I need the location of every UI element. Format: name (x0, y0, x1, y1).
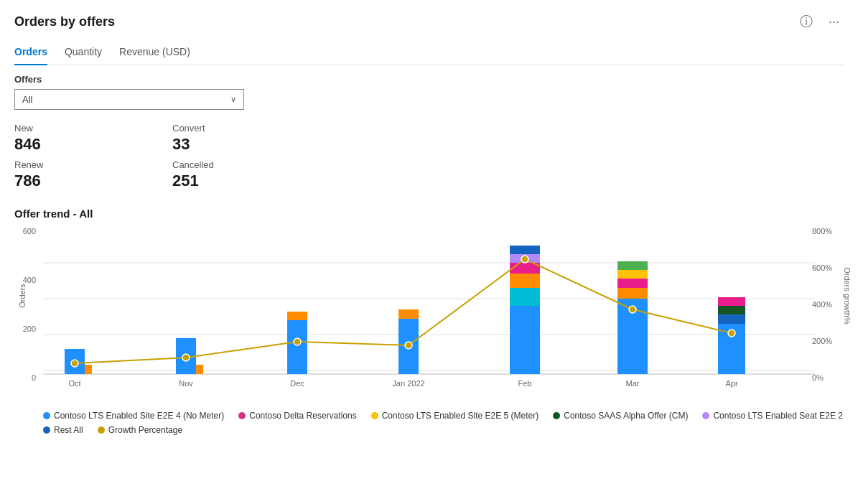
x-label-dec: Dec (290, 379, 304, 388)
legend-label-delta-reservations: Contoso Delta Reservations (249, 411, 356, 421)
x-label-jan: Jan 2022 (392, 379, 424, 388)
bar-mar-yellow (617, 270, 648, 279)
legend-dot-yellow (371, 412, 378, 419)
bar-mar-green (617, 261, 648, 270)
legend-label-saas-alpha: Contoso SAAS Alpha Offer (CM) (564, 411, 688, 421)
tab-quantity[interactable]: Quantity (65, 40, 102, 65)
y-right-400: 400% (812, 300, 844, 309)
chevron-down-icon: ∨ (230, 95, 236, 104)
legend-item-delta-reservations: Contoso Delta Reservations (238, 411, 356, 421)
offers-dropdown[interactable]: All ∨ (14, 89, 244, 110)
metric-renew-label: Renew (14, 159, 144, 170)
bar-apr-darkgreen (718, 306, 745, 314)
metric-cancelled-label: Cancelled (172, 159, 302, 170)
metrics-grid: New 846 Convert 33 Renew 786 Cancelled 2… (14, 123, 302, 190)
bar-apr-darkblue (718, 314, 745, 324)
x-label-oct: Oct (68, 379, 80, 388)
tab-revenue[interactable]: Revenue (USD) (119, 40, 190, 65)
legend-dot-purple (702, 412, 709, 419)
y-right-0: 0% (812, 373, 844, 382)
bar-mar-magenta (617, 279, 648, 288)
dot-dec (294, 338, 301, 345)
tab-orders[interactable]: Orders (14, 40, 47, 65)
dropdown-value: All (22, 94, 32, 105)
dot-apr (728, 330, 735, 337)
legend-item-contoso-lts-e2e5: Contoso LTS Enabled Site E2E 5 (Meter) (371, 411, 539, 421)
dot-feb (521, 256, 528, 263)
x-label-mar: Mar (626, 379, 640, 388)
bar-oct-orange (85, 365, 92, 374)
legend-dot-darkgreen (553, 412, 560, 419)
metric-new-value: 846 (14, 135, 144, 154)
metric-convert-label: Convert (172, 123, 302, 134)
y-axis-right-label: Orders growth% (842, 267, 851, 324)
legend-label-contoso-lts-e2e5: Contoso LTS Enabled Site E2E 5 (Meter) (382, 411, 539, 421)
bar-nov-orange (196, 365, 203, 374)
y-right-600: 600% (812, 263, 844, 272)
legend-label-rest-all: Rest All (54, 425, 83, 435)
dot-oct (71, 360, 78, 367)
bar-dec-orange-top (287, 312, 307, 320)
x-label-nov: Nov (179, 379, 193, 388)
bar-feb-blue (510, 306, 540, 374)
legend-label-contoso-seat-e2e2: Contoso LTS Enabled Seat E2E 2 (713, 411, 843, 421)
metric-convert: Convert 33 (172, 123, 302, 154)
metric-new-label: New (14, 123, 144, 134)
y-left-0: 0 (14, 373, 36, 382)
legend-item-saas-alpha: Contoso SAAS Alpha Offer (CM) (553, 411, 688, 421)
metric-cancelled-value: 251 (172, 172, 302, 190)
bar-feb-darkblue (510, 246, 540, 254)
legend-label-contoso-lts-e2e4: Contoso LTS Enabled Site E2E 4 (No Meter… (54, 411, 224, 421)
legend-item-contoso-lts-e2e4: Contoso LTS Enabled Site E2E 4 (No Meter… (43, 411, 224, 421)
metric-cancelled: Cancelled 251 (172, 159, 302, 190)
bar-mar-orange (617, 288, 648, 299)
legend-label-growth: Growth Percentage (108, 425, 182, 435)
tab-bar: Orders Quantity Revenue (USD) (14, 40, 844, 65)
metric-renew-value: 786 (14, 172, 144, 190)
dot-mar (629, 306, 636, 313)
bar-jan-orange (398, 309, 419, 319)
y-right-200: 200% (812, 337, 844, 345)
metric-convert-value: 33 (172, 135, 302, 154)
offers-label: Offers (14, 74, 844, 85)
legend-dot-blue (43, 412, 50, 419)
legend-item-contoso-seat-e2e2: Contoso LTS Enabled Seat E2E 2 (702, 411, 843, 421)
chart-wrapper: 0 200 400 600 Orders (14, 227, 844, 399)
legend-dot-darkblue (43, 426, 50, 434)
legend-item-growth: Growth Percentage (98, 425, 182, 435)
legend-dot-gold (98, 426, 105, 434)
x-label-apr: Apr (725, 379, 737, 388)
header-actions: ⓘ ··· (796, 11, 844, 32)
bar-feb-orange (510, 274, 540, 288)
y-left-200: 200 (14, 325, 36, 333)
x-label-feb: Feb (518, 379, 532, 388)
y-axis-left-label: Orders (18, 284, 27, 308)
metric-renew: Renew 786 (14, 159, 144, 190)
legend-item-rest-all: Rest All (43, 425, 83, 435)
chart-svg: Oct Nov Dec Jan 2022 Feb Mar Apr (43, 227, 815, 399)
info-button[interactable]: ⓘ (796, 11, 817, 32)
legend-dot-magenta (238, 412, 246, 419)
bar-apr-magenta (718, 297, 745, 306)
metric-new: New 846 (14, 123, 144, 154)
bar-dec-blue (287, 320, 307, 374)
page-title: Orders by offers (14, 14, 115, 29)
y-left-600: 600 (14, 227, 36, 235)
more-button[interactable]: ··· (824, 13, 844, 31)
dot-nov (182, 354, 190, 361)
chart-title: Offer trend - All (14, 207, 844, 220)
chart-legend: Contoso LTS Enabled Site E2E 4 (No Meter… (43, 411, 844, 435)
dot-jan (405, 342, 412, 349)
bar-feb-cyan (510, 288, 540, 306)
y-right-800: 800% (812, 227, 844, 235)
